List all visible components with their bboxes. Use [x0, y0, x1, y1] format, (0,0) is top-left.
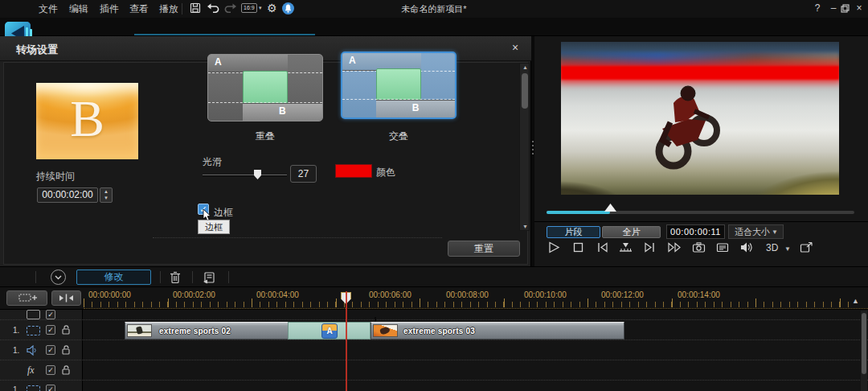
unlock-icon[interactable] — [61, 344, 71, 356]
timeline-tracks: ✓ 1. ✓ 1. ✓ fx ✓ 1. — [0, 310, 868, 391]
transition-mode-cross[interactable]: A B — [341, 51, 457, 119]
aspect-caret-icon[interactable]: ▾ — [259, 5, 262, 11]
track-header-title: 1. ✓ — [0, 381, 83, 391]
menu-file[interactable]: 文件 — [39, 2, 58, 16]
save-icon[interactable] — [190, 2, 201, 14]
ruler-baseline — [84, 308, 868, 309]
notification-bell-icon[interactable] — [282, 2, 294, 14]
diagram-transition-block — [376, 68, 421, 101]
color-swatch[interactable] — [335, 164, 372, 178]
window-titlebar: 文件 编辑 插件 查看 播放 16:9 ▾ ⚙ 未命名的新项目* ? – × — [0, 0, 868, 18]
stop-button[interactable] — [572, 241, 590, 254]
undo-icon[interactable] — [207, 2, 219, 14]
unlock-icon[interactable] — [61, 324, 71, 335]
ruler-scroll-right-icon[interactable]: ▲ — [852, 297, 859, 305]
track-lane[interactable] — [83, 310, 868, 320]
title-track-lane[interactable] — [83, 381, 868, 391]
close-button[interactable]: × — [854, 2, 865, 14]
transition-preview-thumbnail: B — [36, 83, 138, 159]
smooth-value-box[interactable]: 27 — [290, 165, 317, 183]
redo-icon[interactable] — [224, 2, 237, 14]
timeline-ruler[interactable]: 00:00:00:00 00:00:02:00 00:00:04:00 00:0… — [0, 287, 868, 310]
play-button[interactable] — [548, 241, 566, 254]
dialog-close-icon[interactable]: × — [508, 41, 522, 54]
duration-spinner[interactable]: ▲▼ — [100, 187, 113, 203]
scroll-down-icon[interactable]: ▼ — [522, 224, 529, 229]
timeline-scrollbar[interactable] — [861, 311, 867, 391]
restore-button[interactable] — [841, 4, 852, 13]
menu-view[interactable]: 查看 — [129, 2, 149, 16]
3d-caret-icon[interactable]: ▼ — [784, 245, 791, 253]
menu-play[interactable]: 播放 — [159, 2, 178, 16]
footer-divider — [153, 237, 442, 238]
border-checkbox[interactable]: ✓ — [198, 204, 209, 215]
motocross-rider-image — [638, 72, 735, 177]
volume-icon[interactable] — [740, 241, 758, 254]
fast-forward-button[interactable] — [668, 241, 686, 254]
toolbar-separator — [228, 271, 229, 283]
menu-edit[interactable]: 编辑 — [69, 2, 88, 16]
transition-ab-icon[interactable]: A — [321, 323, 338, 339]
track-enable-checkbox[interactable]: ✓ — [46, 345, 55, 355]
dialog-scrollbar[interactable]: ▲ ▼ — [519, 63, 530, 231]
track-enable-checkbox[interactable]: ✓ — [46, 310, 55, 319]
smooth-slider-track[interactable] — [203, 175, 287, 176]
clip-label: extreme sports 03 — [403, 327, 475, 335]
dialog-scrollbar-thumb[interactable] — [522, 73, 528, 109]
duration-label: 持续时间 — [36, 170, 75, 183]
scrub-marker-button[interactable] — [619, 241, 637, 254]
timeline-clip-03[interactable]: extreme sports 03 — [371, 322, 624, 340]
duration-input[interactable]: 00:00:02:00 — [37, 187, 98, 203]
video-track-lane[interactable]: extreme sports 02 extreme sports 03 A — [83, 320, 868, 340]
track-enable-checkbox[interactable]: ✓ — [46, 385, 55, 391]
accent-underline — [134, 34, 315, 35]
next-frame-button[interactable] — [644, 241, 661, 254]
track-manager-button[interactable] — [6, 290, 47, 306]
zoom-fit-dropdown[interactable]: 适合大小 ▼ — [728, 224, 784, 239]
movie-mode-button[interactable]: 全片 — [602, 226, 661, 238]
preview-seekbar-thumb[interactable] — [604, 204, 616, 212]
3d-mode-button[interactable]: 3D — [766, 242, 785, 255]
clip-thumbnail — [127, 324, 152, 337]
clip-mode-button[interactable]: 片段 — [547, 226, 600, 238]
split-clip-button[interactable] — [51, 290, 81, 306]
clip-label: extreme sports 02 — [159, 327, 231, 335]
zoom-fit-label: 适合大小 — [735, 227, 770, 237]
preview-timecode[interactable]: 00:00:00:11 — [666, 224, 725, 239]
unlock-icon[interactable] — [61, 364, 71, 376]
aspect-ratio-selector[interactable]: 16:9 — [241, 3, 257, 13]
transition-blue-band — [561, 52, 839, 66]
transition-preview-letter: B — [36, 89, 138, 149]
diagram-track-b: B — [243, 103, 322, 121]
splitter-grip — [532, 141, 534, 155]
ruler-tick-marks-major — [84, 298, 855, 307]
modify-button[interactable]: 修改 — [76, 270, 151, 285]
minimize-button[interactable]: – — [828, 2, 839, 14]
transition-mode-overlap[interactable]: A B — [207, 54, 323, 121]
previous-frame-button[interactable] — [596, 241, 614, 254]
transition-segment[interactable]: A — [288, 322, 371, 340]
collapse-panel-button[interactable] — [51, 270, 66, 285]
undock-preview-icon[interactable] — [800, 241, 817, 254]
settings-gear-icon[interactable]: ⚙ — [267, 2, 277, 14]
preview-viewport[interactable] — [561, 42, 839, 195]
help-button[interactable]: ? — [812, 2, 823, 14]
toolbar-separator — [192, 271, 193, 283]
audio-track-lane[interactable] — [83, 340, 868, 360]
snapshot-camera-icon[interactable] — [692, 241, 710, 254]
diagram-transition-block — [243, 71, 289, 104]
script-note-icon[interactable] — [203, 271, 215, 284]
track-enable-checkbox[interactable]: ✓ — [46, 365, 55, 375]
timeline-scrollbar-thumb[interactable] — [862, 313, 866, 374]
preview-quality-icon[interactable] — [716, 241, 734, 254]
playhead-line[interactable] — [346, 291, 347, 391]
reset-button[interactable]: 重置 — [448, 241, 520, 257]
title-track-icon — [27, 385, 40, 391]
track-enable-checkbox[interactable]: ✓ — [46, 325, 55, 335]
clip-thumbnail — [373, 324, 398, 337]
delete-trash-icon[interactable] — [170, 271, 181, 284]
menu-separator — [182, 3, 182, 14]
scroll-up-icon[interactable]: ▲ — [522, 64, 529, 70]
fx-track-lane[interactable] — [83, 360, 868, 381]
menu-plugins[interactable]: 插件 — [100, 2, 119, 16]
